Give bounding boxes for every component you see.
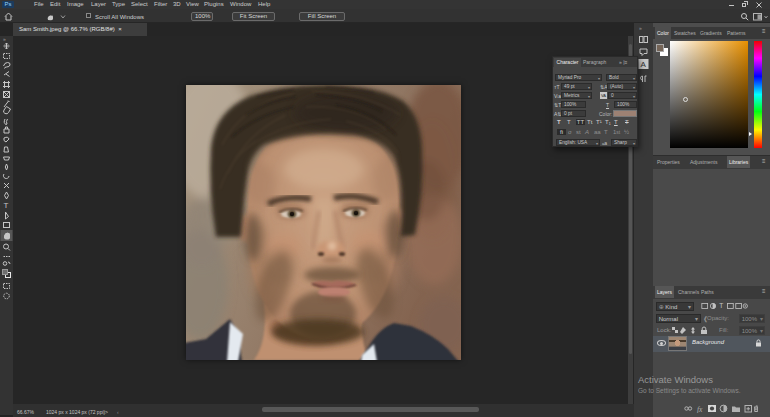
svg-text:fx: fx [697,405,703,414]
svg-text:T: T [4,201,9,210]
svg-text:A: A [641,60,647,69]
svg-text:T: T [719,302,723,309]
